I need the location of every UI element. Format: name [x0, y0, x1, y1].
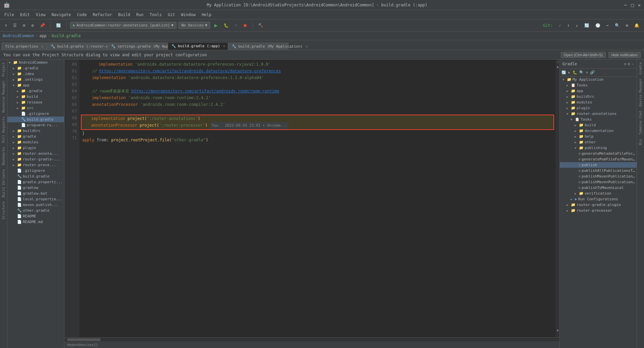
gradle-link-icon[interactable]: 🔗	[589, 70, 595, 75]
stop-button[interactable]: ⏹	[241, 22, 249, 29]
minimize-button[interactable]: ─	[624, 2, 627, 8]
menu-refactor[interactable]: Refactor	[90, 11, 115, 18]
tree-root-build-gradle[interactable]: ▶ 🔧 build.gradle	[7, 173, 64, 179]
gradle-plugin-node[interactable]: ▶ 📁 plugin	[560, 105, 637, 111]
gradle-publishing-folder[interactable]: ▼ 📁 publishing	[560, 145, 637, 151]
maximize-button[interactable]: □	[631, 2, 634, 8]
git-history-icon[interactable]: 🕐	[593, 22, 602, 29]
toolbar-navigate-up[interactable]: ⬆	[3, 22, 9, 29]
gradle-task-publish-maven-1[interactable]: ⚙ publishMavenPublicationToMaver...	[560, 173, 637, 179]
project-panel-icon[interactable]: Project	[1, 61, 6, 78]
tree-local-properties[interactable]: ▶ 📄 local.propertie...	[7, 196, 64, 202]
toolbar-settings[interactable]: ⚙	[29, 22, 36, 29]
tab-file-properties-close[interactable]: ✕	[41, 45, 43, 48]
gradle-help-folder[interactable]: ▶ 📁 help	[560, 134, 637, 139]
gradle-sync-icon[interactable]: 🔄	[561, 70, 567, 75]
tab-myapp-build-gradle[interactable]: 🔧 build.gradle (My Application) ✕	[228, 43, 288, 50]
git-check-icon[interactable]: ✓	[557, 22, 563, 29]
gradle-expand-all-icon[interactable]: ⊕	[585, 70, 589, 75]
tree-other-gradle[interactable]: ▶ 🔧 other.gradle	[7, 208, 64, 213]
tree-buildsrc[interactable]: ▶ 📁 buildSrc	[7, 128, 64, 134]
gradle-task-generate-pom[interactable]: ⚙ generatePomFileForMavenPublica...	[560, 156, 637, 162]
tree-settings[interactable]: ▶ 📁 .settings	[7, 77, 64, 82]
menu-file[interactable]: File	[2, 11, 17, 18]
git-pull-icon[interactable]: ↓	[574, 22, 580, 29]
breadcrumb-file[interactable]: build.gradle	[52, 33, 81, 38]
breadcrumb-root[interactable]: AndroidCommon	[3, 33, 34, 38]
gradle-close-icon[interactable]: −	[632, 62, 634, 66]
device-manager-icon[interactable]: Device Manager	[638, 77, 643, 108]
search-everywhere-button[interactable]: 🔍	[613, 22, 622, 29]
tree-app-build[interactable]: ▶ 📁 build	[7, 94, 64, 99]
coverage-button[interactable]: ⚡	[233, 22, 239, 29]
menu-navigate[interactable]: Navigate	[49, 11, 74, 18]
tree-readme[interactable]: ▶ 📄 README	[7, 213, 64, 219]
tree-app[interactable]: ▼ 📁 app	[7, 82, 64, 88]
tab-file-properties[interactable]: file.properties ✕	[1, 43, 47, 50]
git-update-icon[interactable]: 🔄	[582, 22, 591, 29]
menu-code[interactable]: Code	[74, 11, 90, 18]
tabs-more-icon[interactable]: ⋯	[290, 45, 292, 50]
tree-router-gradle[interactable]: ▶ 📁 router-gradle-...	[7, 156, 64, 162]
git-push-icon[interactable]: ↑	[565, 22, 572, 29]
gradle-router-gradle-plugin[interactable]: ▶ 📁 router-gradle-plugin	[560, 202, 637, 208]
build-button[interactable]: 🔨	[256, 22, 265, 29]
breadcrumb-module[interactable]: app	[39, 33, 47, 38]
gradle-verification-folder[interactable]: ▶ 📁 verification	[560, 191, 637, 196]
gradle-task-publish[interactable]: ⚙ publish	[560, 162, 637, 168]
gradle-build-folder[interactable]: ▶ 📁 build	[560, 122, 637, 128]
gradle-task-generate-metadata[interactable]: ⚙ generateMetadataFileForMavenPu...	[560, 151, 637, 156]
tree-gradle-properties[interactable]: ▶ 📄 gradle.properti...	[7, 179, 64, 185]
settings-button[interactable]: ⚙	[624, 22, 630, 29]
menu-build[interactable]: Build	[115, 11, 133, 18]
toolbar-options[interactable]: ☰	[11, 22, 19, 29]
gradle-modules-node[interactable]: ▶ 📁 modules	[560, 99, 637, 105]
structure-icon[interactable]: Structure	[1, 200, 6, 221]
tab-app-build-close[interactable]: ✕	[223, 44, 225, 48]
tree-gradle-root[interactable]: ▶ 📁 gradle	[7, 134, 64, 139]
gradle-settings-icon[interactable]: ⚙	[624, 62, 626, 66]
tab-myapp-build-close[interactable]: ✕	[306, 45, 308, 48]
gradle-router-processor[interactable]: ▶ 📁 router-processor	[560, 208, 637, 213]
gradle-documentation-folder[interactable]: ▶ 📁 documentation	[560, 128, 637, 134]
gradle-router-annot[interactable]: ▼ 📁 router-annotations	[560, 111, 637, 117]
link-64[interactable]: https://mvnrepository.com/artifact/andro…	[131, 88, 279, 94]
gradle-task-publish-local[interactable]: ⚙ publishToMavenLocal	[560, 185, 637, 191]
gradle-app-node[interactable]: ▶ 📁 app	[560, 88, 637, 94]
gradle-debug-icon[interactable]: 🐛	[572, 70, 578, 75]
gradle-run-icon[interactable]: ▶	[568, 70, 571, 75]
horizontal-scrollbar[interactable]	[64, 337, 559, 341]
gradle-task-publish-all[interactable]: ⚙ publishAllPublicationsToMavenRe...	[560, 168, 637, 173]
arrow-up-icon[interactable]: ▲	[557, 65, 559, 68]
code-content[interactable]: implementation 'androidx.datastore:datas…	[79, 60, 555, 337]
no-devices-dropdown[interactable]: No Devices ▼	[178, 22, 210, 29]
tab-settings-gradle[interactable]: 🔧 settings.gradle (My Application) ✕	[107, 43, 168, 50]
toolbar-pin[interactable]: 📌	[38, 22, 47, 29]
git-revert-icon[interactable]: ↩	[604, 22, 611, 29]
tree-app-release[interactable]: ▶ 📁 release	[7, 99, 64, 105]
hide-notification-button[interactable]: Hide notification	[608, 52, 641, 58]
tree-router-annota[interactable]: ▶ 📁 router-annota...	[7, 151, 64, 156]
tree-gradle-hidden[interactable]: ▶ 📁 .gradle	[7, 65, 64, 71]
gradle-tasks-root[interactable]: ▶ 📋 Tasks	[560, 82, 637, 88]
tree-androidcommon[interactable]: ▼ 📁 AndroidCommon	[7, 60, 64, 65]
run-button[interactable]: ▶	[212, 21, 220, 29]
menu-run[interactable]: Run	[133, 11, 146, 18]
tree-idea[interactable]: ▶ 📁 .idea	[7, 71, 64, 77]
tree-app-src[interactable]: ▶ 📁 src	[7, 105, 64, 111]
gradle-tasks-annot[interactable]: ▼ 📋 Tasks	[560, 117, 637, 122]
open-project-structure-button[interactable]: Open (Ctrl+Alt+Shift+S)	[561, 52, 606, 58]
tree-app-gradle[interactable]: ▶ 📁 .gradle	[7, 88, 64, 94]
tabmine-chat-icon[interactable]: Tabmine Chat	[638, 109, 643, 136]
gradle-expand-icon[interactable]: ⊞	[628, 62, 630, 66]
menu-edit[interactable]: Edit	[17, 11, 33, 18]
menu-tools[interactable]: Tools	[147, 11, 164, 18]
resource-manager-icon[interactable]: Resource Manager	[1, 79, 6, 114]
menu-help[interactable]: Help	[199, 11, 214, 18]
build-variants-icon[interactable]: Build Variants	[1, 168, 6, 199]
tree-gradlew-bat[interactable]: ▶ 📄 gradlew.bat	[7, 191, 64, 196]
gradle-run-configs[interactable]: ▶ ▶ Run Configurations	[560, 196, 637, 202]
gradle-side-icon[interactable]: Gradle	[638, 61, 643, 76]
tab-app-build-gradle[interactable]: 🔧 build.gradle (:app) ✕	[168, 42, 228, 50]
tree-app-gitignore[interactable]: ▶ 📄 .gitignore	[7, 111, 64, 117]
